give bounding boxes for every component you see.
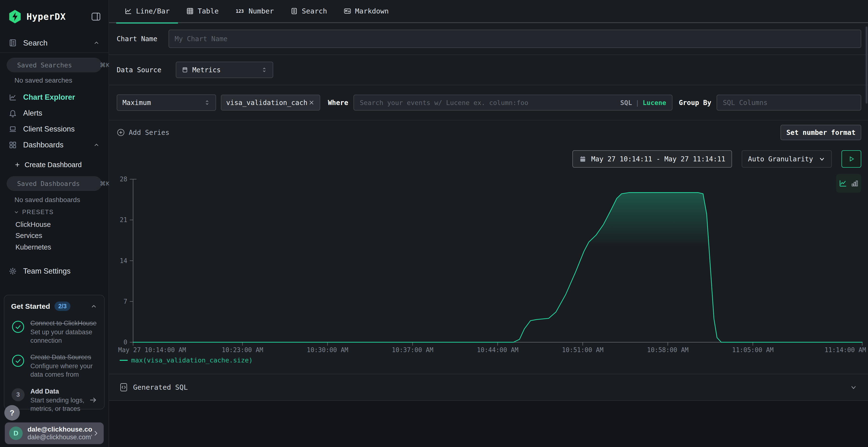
metric-field-tag[interactable]: visa_validation_cach bbox=[221, 95, 320, 110]
create-dashboard-button[interactable]: Create Dashboard bbox=[0, 158, 108, 171]
scrollbar-thumb[interactable] bbox=[866, 27, 868, 104]
database-icon bbox=[182, 66, 188, 73]
svg-text:11:14:00 AM: 11:14:00 AM bbox=[825, 346, 866, 353]
date-range-picker[interactable]: May 27 10:14:11 - May 27 11:14:11 bbox=[572, 150, 732, 168]
data-source-row: Data Source Metrics bbox=[109, 55, 868, 85]
divider bbox=[0, 53, 108, 53]
chart-area: May 27 10:14:11 - May 27 11:14:11 Auto G… bbox=[109, 144, 868, 374]
get-started-item-datasources[interactable]: Create Data Sources Configure where your… bbox=[11, 353, 97, 379]
set-number-format-button[interactable]: Set number format bbox=[780, 125, 861, 140]
get-started-item-desc: Start sending logs, metrics, or traces bbox=[30, 396, 87, 413]
timeseries-chart[interactable]: 07142128May 27 10:14:00 AM10:23:00 AM10:… bbox=[109, 173, 868, 355]
collapse-sidebar-icon[interactable] bbox=[91, 11, 101, 22]
help-button[interactable]: ? bbox=[4, 405, 20, 420]
kbd-shortcut: ⌘K bbox=[100, 62, 110, 69]
svg-text:28: 28 bbox=[120, 176, 127, 183]
where-search-field: SQL | Lucene bbox=[353, 95, 673, 110]
presets-label: PRESETS bbox=[22, 209, 54, 215]
check-circle-icon bbox=[11, 320, 25, 334]
hyperdx-logo-icon bbox=[9, 10, 21, 23]
group-by-input[interactable] bbox=[717, 95, 861, 110]
tab-search[interactable]: Search bbox=[282, 0, 335, 23]
main-content: Line/Bar Table 123 Number bbox=[109, 0, 868, 447]
get-started-item-connect[interactable]: Connect to ClickHouse Set up your databa… bbox=[11, 319, 97, 345]
run-query-button[interactable] bbox=[841, 150, 861, 168]
tab-label: Line/Bar bbox=[136, 7, 170, 15]
get-started-item-add-data[interactable]: 3 Add Data Start sending logs, metrics, … bbox=[11, 387, 97, 413]
sidebar-item-alerts[interactable]: Alerts bbox=[0, 106, 108, 120]
tab-table[interactable]: Table bbox=[178, 0, 227, 23]
group-by-label: Group By bbox=[679, 99, 711, 107]
svg-text:14: 14 bbox=[120, 257, 127, 265]
svg-text:10:30:00 AM: 10:30:00 AM bbox=[307, 346, 348, 353]
sidebar-item-label: Client Sessions bbox=[23, 125, 75, 133]
chevron-up-icon bbox=[93, 39, 100, 46]
chart-name-row: Chart Name bbox=[109, 23, 868, 55]
chevron-up-icon[interactable] bbox=[90, 303, 97, 310]
get-started-title: Get Started bbox=[11, 302, 50, 310]
lucene-toggle[interactable]: Lucene bbox=[643, 99, 666, 106]
query-builder-row: Maximum visa_validation_cach Where SQL |… bbox=[109, 85, 868, 120]
sidebar-item-chart-explorer[interactable]: Chart Explorer bbox=[0, 91, 108, 104]
saved-searches-input[interactable] bbox=[17, 61, 100, 69]
svg-text:0: 0 bbox=[123, 339, 127, 346]
get-started-item-title: Connect to ClickHouse bbox=[30, 319, 97, 328]
preset-item-services[interactable]: Services bbox=[16, 232, 42, 240]
get-started-progress-badge: 2/3 bbox=[55, 302, 71, 311]
data-source-select[interactable]: Metrics bbox=[176, 62, 273, 78]
chevron-down-icon[interactable] bbox=[850, 383, 858, 391]
tab-number[interactable]: 123 Number bbox=[227, 0, 282, 23]
presets-section-header[interactable]: PRESETS bbox=[13, 209, 54, 215]
kbd-shortcut: ⌘K bbox=[100, 180, 110, 187]
sql-toggle[interactable]: SQL bbox=[620, 99, 632, 106]
sidebar-item-team-settings[interactable]: Team Settings bbox=[0, 265, 108, 278]
sidebar-item-dashboards[interactable]: Dashboards bbox=[0, 138, 108, 152]
generated-sql-toggle[interactable]: Generated SQL bbox=[109, 374, 868, 401]
aggregation-select[interactable]: Maximum bbox=[117, 94, 216, 111]
avatar: D bbox=[9, 426, 23, 440]
svg-text:123: 123 bbox=[236, 9, 244, 14]
chevron-right-icon bbox=[92, 429, 99, 437]
preset-item-kubernetes[interactable]: Kubernetes bbox=[16, 243, 51, 251]
saved-searches-search[interactable]: ⌘K bbox=[7, 58, 102, 72]
language-separator: | bbox=[635, 99, 639, 106]
play-icon bbox=[848, 156, 855, 163]
set-number-format-label: Set number format bbox=[786, 129, 856, 137]
sidebar-item-label: Dashboards bbox=[23, 141, 63, 149]
user-menu[interactable]: D dale@clickhouse.com dale@clickhouse.co… bbox=[5, 422, 104, 444]
markdown-icon bbox=[344, 7, 351, 15]
chart-name-input[interactable] bbox=[168, 30, 861, 48]
code-icon bbox=[120, 383, 128, 392]
get-started-item-desc: Set up your database connection bbox=[30, 328, 97, 345]
check-circle-icon bbox=[11, 354, 25, 368]
granularity-select[interactable]: Auto Granularity bbox=[742, 150, 832, 168]
where-search-input[interactable] bbox=[354, 99, 620, 106]
user-email: dale@clickhouse.com bbox=[28, 425, 92, 433]
arrow-right-icon bbox=[89, 396, 97, 404]
saved-dashboards-input[interactable] bbox=[17, 180, 100, 187]
sidebar-item-client-sessions[interactable]: Client Sessions bbox=[0, 122, 108, 136]
plus-icon bbox=[14, 161, 21, 168]
svg-text:10:58:00 AM: 10:58:00 AM bbox=[647, 346, 689, 353]
tab-label: Table bbox=[198, 7, 219, 15]
legend-series-label: max(visa_validation_cache.size) bbox=[131, 356, 253, 364]
aggregation-value: Maximum bbox=[123, 99, 151, 107]
data-source-value: Metrics bbox=[192, 66, 221, 74]
tab-line-bar[interactable]: Line/Bar bbox=[116, 0, 178, 23]
table-icon bbox=[186, 7, 194, 15]
sidebar-item-label: Chart Explorer bbox=[23, 93, 75, 102]
get-started-item-title: Add Data bbox=[30, 387, 87, 396]
document-list-icon bbox=[290, 7, 298, 15]
get-started-item-title: Create Data Sources bbox=[30, 353, 97, 362]
add-series-button[interactable]: Add Series bbox=[117, 128, 169, 137]
tab-markdown[interactable]: Markdown bbox=[335, 0, 397, 23]
metric-field-name: visa_validation_cach bbox=[226, 99, 307, 107]
chart-type-tabs: Line/Bar Table 123 Number bbox=[109, 0, 868, 23]
close-icon[interactable] bbox=[308, 99, 315, 106]
sidebar-item-search[interactable]: Search bbox=[0, 36, 108, 49]
svg-text:11:05:00 AM: 11:05:00 AM bbox=[732, 346, 774, 353]
preset-item-clickhouse[interactable]: ClickHouse bbox=[16, 220, 51, 229]
saved-dashboards-search[interactable]: ⌘K bbox=[7, 176, 102, 191]
calendar-icon bbox=[579, 156, 586, 163]
sidebar-item-label: Team Settings bbox=[23, 267, 70, 276]
